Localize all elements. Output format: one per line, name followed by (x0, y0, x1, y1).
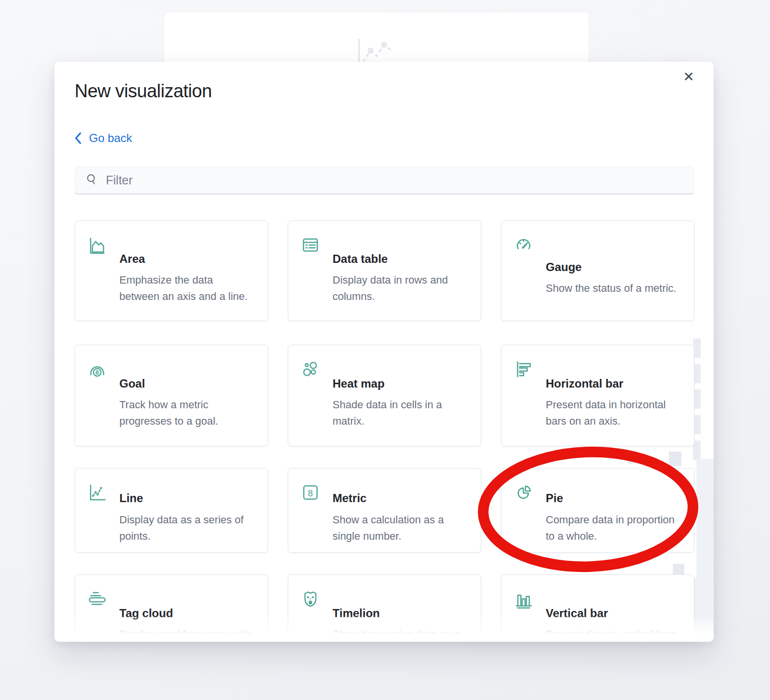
background-artifact (628, 453, 639, 464)
vis-card-data-table[interactable]: Data table Display data in rows and colu… (288, 220, 481, 321)
card-description: Display word frequency with font size. (119, 626, 255, 642)
card-title: Gauge (546, 259, 681, 274)
card-title: Goal (119, 376, 255, 391)
metric-icon: 8 (301, 483, 320, 502)
data-table-icon (301, 235, 320, 255)
card-title: Timelion (333, 606, 468, 621)
vis-card-goal[interactable]: 8 Goal Track how a metric progresses to … (75, 345, 268, 446)
card-description: Track how a metric progresses to a goal. (119, 397, 255, 429)
go-back-label: Go back (89, 131, 132, 145)
card-description: Present data in horizontal bars on an ax… (546, 397, 681, 429)
card-title: Metric (333, 491, 468, 506)
card-title: Line (119, 491, 255, 506)
go-back-link[interactable]: Go back (75, 131, 132, 145)
card-title: Horizontal bar (546, 376, 681, 391)
vis-card-metric[interactable]: 8 Metric Show a calculation as a single … (288, 468, 481, 553)
vis-card-vertical-bar[interactable]: Vertical bar Present data in vertical ba… (501, 574, 694, 642)
goal-icon: 8 (88, 360, 107, 379)
filter-input[interactable] (106, 173, 683, 187)
horizontal-bar-icon (514, 360, 533, 379)
card-title: Vertical bar (546, 606, 681, 621)
gauge-icon (514, 235, 533, 255)
timelion-icon (301, 589, 320, 609)
card-description: Compare data in proportion to a whole. (546, 512, 681, 544)
vis-card-pie[interactable]: Pie Compare data in proportion to a whol… (501, 468, 694, 553)
vis-card-horizontal-bar[interactable]: Horizontal bar Present data in horizonta… (501, 345, 694, 446)
background-artifact (673, 564, 684, 575)
card-title: Tag cloud (119, 606, 255, 621)
card-row: Tag cloud Display word frequency with fo… (75, 574, 694, 642)
card-description: Show a calculation as a single number. (333, 512, 468, 544)
card-description: Display data as a series of points. (119, 512, 255, 544)
card-row: Area Emphasize the data between an axis … (75, 220, 694, 321)
svg-text:8: 8 (308, 488, 313, 498)
page-title: New visualization (75, 81, 212, 102)
card-title: Area (119, 251, 255, 266)
card-description: Present data in vertical bars on an axis… (546, 626, 681, 642)
new-visualization-modal: ✕ New visualization Go back (54, 62, 714, 642)
underlying-page-panel (164, 12, 589, 65)
filter-field (75, 167, 694, 194)
card-description: Shade data in cells in a matrix. (333, 397, 468, 429)
card-title: Heat map (333, 376, 468, 391)
card-title: Data table (333, 251, 468, 266)
card-description: Emphasize the data between an axis and a… (119, 272, 255, 305)
heat-map-icon (301, 360, 320, 379)
vis-card-timelion[interactable]: Timelion Show time series data on a grap… (288, 574, 481, 642)
background-artifact (696, 459, 714, 642)
card-row: Line Display data as a series of points.… (75, 468, 694, 553)
vertical-bar-icon (514, 589, 533, 609)
card-description: Show time series data on a graph. (333, 626, 468, 642)
vis-card-area[interactable]: Area Emphasize the data between an axis … (75, 220, 268, 321)
tag-cloud-icon (88, 589, 107, 609)
close-icon[interactable]: ✕ (678, 66, 699, 88)
vis-card-gauge[interactable]: Gauge Show the status of a metric. (501, 220, 694, 321)
background-artifact (669, 452, 681, 466)
card-row: 8 Goal Track how a metric progresses to … (75, 345, 694, 446)
vis-card-heat-map[interactable]: Heat map Shade data in cells in a matrix… (288, 345, 481, 446)
search-icon (86, 173, 98, 188)
page-background: ✕ New visualization Go back (0, 0, 770, 700)
pie-chart-icon (514, 483, 533, 502)
vis-card-tag-cloud[interactable]: Tag cloud Display word frequency with fo… (75, 574, 268, 642)
card-description: Show the status of a metric. (546, 280, 681, 297)
area-chart-icon (88, 235, 107, 255)
card-description: Display data in rows and columns. (333, 272, 468, 305)
card-title: Pie (546, 491, 681, 506)
chevron-left-icon (75, 132, 82, 144)
vis-card-line[interactable]: Line Display data as a series of points. (75, 468, 268, 553)
line-chart-icon (88, 483, 107, 502)
svg-text:8: 8 (95, 369, 99, 376)
